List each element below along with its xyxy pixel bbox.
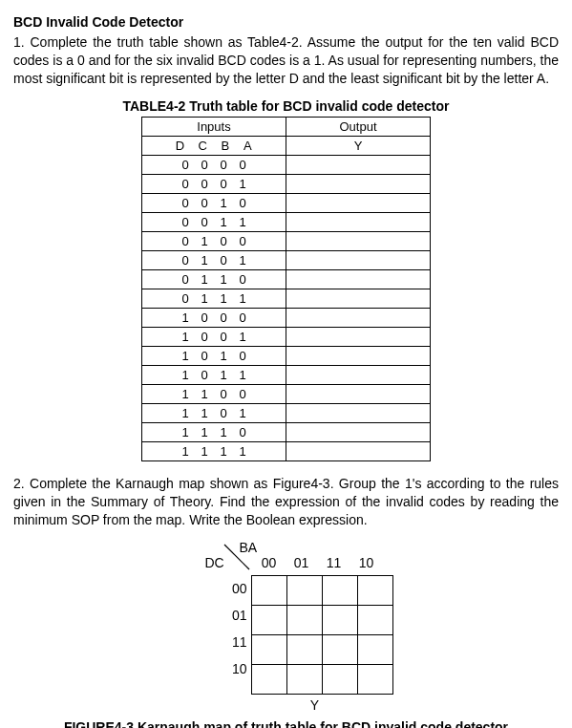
bit-b: 1 (214, 289, 233, 308)
bit-c: 0 (195, 175, 214, 193)
table-row: 0001 (142, 175, 431, 194)
bit-d: 0 (176, 194, 195, 212)
kmap-col-11: 11 (318, 554, 350, 572)
truth-inputs-cell: 1110 (142, 423, 286, 442)
bit-c: 1 (195, 289, 214, 308)
bit-c: 0 (195, 328, 214, 346)
kmap-cell[interactable] (251, 665, 286, 695)
kmap-cell[interactable] (251, 606, 286, 635)
bit-d: 1 (176, 309, 195, 327)
kmap-cell[interactable] (322, 665, 357, 695)
kmap-cell[interactable] (251, 635, 286, 665)
truth-output-cell[interactable] (286, 366, 431, 385)
bit-b: 0 (214, 309, 233, 327)
truth-output-cell[interactable] (286, 251, 431, 270)
truth-inputs-cell: 1101 (142, 404, 286, 423)
truth-inputs-cell: 0100 (142, 232, 286, 251)
kmap: BA DC 00 01 11 10 00 01 11 10 Y (177, 539, 396, 715)
bit-d: 1 (176, 347, 195, 365)
bit-c: 0 (195, 366, 214, 384)
bit-a: 1 (233, 251, 252, 269)
bit-c: 0 (195, 194, 214, 212)
bit-a: 1 (233, 289, 252, 308)
table-row: 1101 (142, 404, 431, 423)
kmap-cell[interactable] (286, 635, 322, 665)
bit-d: 1 (176, 423, 195, 441)
bit-d: 1 (176, 442, 195, 460)
table-row: 0101 (142, 251, 431, 270)
bit-b: 0 (214, 328, 233, 346)
kmap-col-00: 00 (253, 554, 286, 572)
truth-output-cell[interactable] (286, 156, 431, 175)
kmap-cell[interactable] (322, 635, 357, 665)
table-header-row: Inputs Output (142, 118, 431, 137)
table-row: 0010 (142, 194, 431, 213)
table-subheader-row: D C B A Y (142, 137, 431, 156)
truth-output-cell[interactable] (286, 175, 431, 194)
kmap-cell[interactable] (286, 665, 322, 695)
bit-d: 0 (176, 156, 195, 174)
table-row: 1111 (142, 442, 431, 461)
bit-d: 1 (176, 366, 195, 384)
kmap-col-10: 10 (350, 554, 383, 572)
header-output: Output (286, 118, 431, 137)
bit-d: 1 (176, 404, 195, 422)
kmap-grid-row (251, 576, 392, 606)
truth-inputs-cell: 1010 (142, 347, 286, 366)
truth-output-cell[interactable] (286, 194, 431, 213)
truth-output-cell[interactable] (286, 213, 431, 232)
truth-output-cell[interactable] (286, 423, 431, 442)
bit-c: 1 (195, 404, 214, 422)
col-label-b: B (216, 137, 235, 155)
truth-output-cell[interactable] (286, 385, 431, 404)
bit-d: 0 (176, 232, 195, 250)
truth-output-cell[interactable] (286, 270, 431, 289)
truth-output-cell[interactable] (286, 328, 431, 347)
kmap-cell[interactable] (322, 606, 357, 635)
kmap-cell[interactable] (286, 576, 322, 606)
truth-inputs-cell: 1011 (142, 366, 286, 385)
bit-d: 0 (176, 251, 195, 269)
truth-output-cell[interactable] (286, 404, 431, 423)
table-row: 0100 (142, 232, 431, 251)
subheader-output: Y (286, 137, 431, 156)
bit-a: 1 (233, 175, 252, 193)
truth-inputs-cell: 0110 (142, 270, 286, 289)
bit-a: 1 (233, 366, 252, 384)
truth-output-cell[interactable] (286, 289, 431, 309)
kmap-cell[interactable] (251, 576, 286, 606)
col-label-a: A (238, 137, 257, 155)
truth-output-cell[interactable] (286, 232, 431, 251)
bit-c: 0 (195, 347, 214, 365)
bit-a: 0 (233, 194, 252, 212)
kmap-cell[interactable] (357, 576, 392, 606)
kmap-cell[interactable] (357, 606, 392, 635)
bit-a: 0 (233, 156, 252, 174)
bit-c: 1 (195, 442, 214, 460)
bit-b: 1 (214, 213, 233, 231)
bit-d: 0 (176, 175, 195, 193)
header-inputs: Inputs (142, 118, 286, 137)
bit-b: 1 (214, 347, 233, 365)
table-row: 1000 (142, 309, 431, 328)
bit-c: 0 (195, 309, 214, 327)
truth-output-cell[interactable] (286, 442, 431, 461)
kmap-cell[interactable] (357, 665, 392, 695)
kmap-col-labels: 00 01 11 10 (253, 554, 383, 572)
truth-output-cell[interactable] (286, 309, 431, 328)
bit-a: 0 (233, 347, 252, 365)
kmap-cell[interactable] (357, 635, 392, 665)
kmap-row-labels: 00 01 11 10 (222, 575, 247, 682)
truth-table: Inputs Output D C B A Y 0000000100100011… (141, 117, 431, 461)
bit-d: 0 (176, 270, 195, 289)
bit-b: 1 (214, 423, 233, 441)
kmap-col-01: 01 (286, 554, 318, 572)
kmap-cell[interactable] (322, 576, 357, 606)
truth-inputs-cell: 1001 (142, 328, 286, 347)
kmap-cell[interactable] (286, 606, 322, 635)
truth-output-cell[interactable] (286, 347, 431, 366)
kmap-row-00: 00 (222, 575, 247, 602)
subheader-inputs: D C B A (142, 137, 286, 156)
table-row: 0111 (142, 289, 431, 309)
truth-inputs-cell: 0001 (142, 175, 286, 194)
